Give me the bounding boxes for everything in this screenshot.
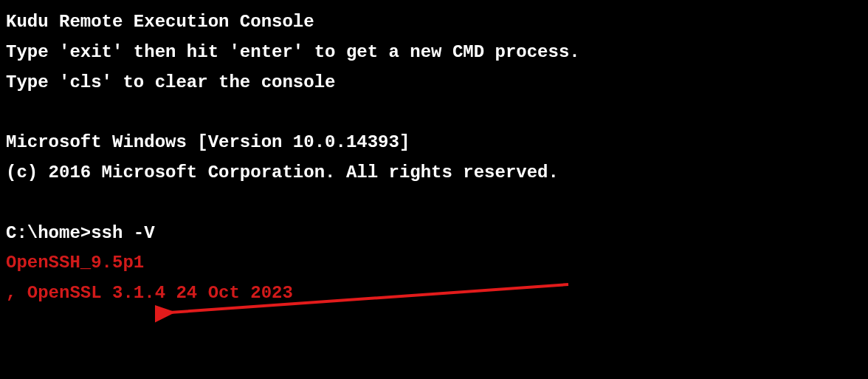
console-hint-exit: Type 'exit' then hit 'enter' to get a ne… <box>6 38 862 68</box>
prompt-line[interactable]: C:\home>ssh -V <box>6 219 862 249</box>
blank-line <box>6 98 862 128</box>
os-version: Microsoft Windows [Version 10.0.14393] <box>6 128 862 158</box>
console-hint-cls: Type 'cls' to clear the console <box>6 68 862 98</box>
output-openssh: OpenSSH_9.5p1 <box>6 248 862 279</box>
prompt-path: C:\home> <box>6 223 91 243</box>
os-copyright: (c) 2016 Microsoft Corporation. All righ… <box>6 158 862 188</box>
blank-line <box>6 188 862 219</box>
prompt-command: ssh -V <box>91 223 154 243</box>
console-title: Kudu Remote Execution Console <box>6 7 862 38</box>
output-openssl: , OpenSSL 3.1.4 24 Oct 2023 <box>6 279 862 309</box>
